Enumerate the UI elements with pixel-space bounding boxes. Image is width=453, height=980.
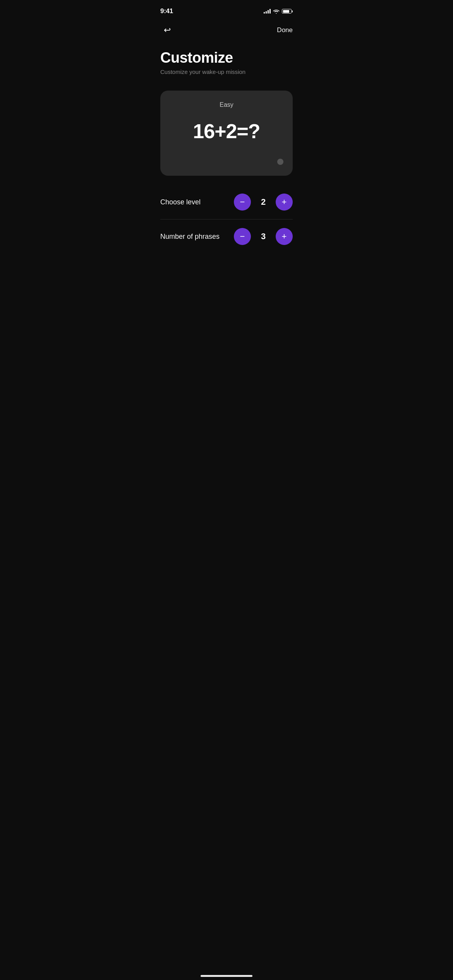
number-of-phrases-row: Number of phrases − 3 + xyxy=(160,219,293,254)
choose-level-plus-button[interactable]: + xyxy=(276,194,293,211)
page-header: Customize Customize your wake-up mission xyxy=(151,43,302,84)
choose-level-row: Choose level − 2 + xyxy=(160,185,293,219)
choose-level-label: Choose level xyxy=(160,198,201,206)
number-of-phrases-plus-button[interactable]: + xyxy=(276,228,293,245)
number-of-phrases-label: Number of phrases xyxy=(160,233,220,241)
difficulty-label: Easy xyxy=(220,101,233,108)
number-of-phrases-stepper: − 3 + xyxy=(234,228,293,245)
battery-icon xyxy=(282,9,293,14)
number-of-phrases-minus-button[interactable]: − xyxy=(234,228,251,245)
back-button[interactable]: ↩ xyxy=(160,23,174,37)
plus-icon: + xyxy=(282,198,287,206)
number-of-phrases-value: 3 xyxy=(259,231,268,242)
page-subtitle: Customize your wake-up mission xyxy=(160,69,293,75)
minus-icon: − xyxy=(240,198,245,206)
status-bar: 9:41 xyxy=(151,0,302,20)
nav-bar: ↩ Done xyxy=(151,20,302,43)
choose-level-minus-button[interactable]: − xyxy=(234,194,251,211)
back-arrow-icon: ↩ xyxy=(164,25,171,35)
done-button[interactable]: Done xyxy=(277,25,293,36)
plus-icon-2: + xyxy=(282,232,287,241)
wifi-icon xyxy=(273,9,280,14)
status-icons xyxy=(264,9,293,14)
card-indicator xyxy=(277,159,283,165)
minus-icon-2: − xyxy=(240,232,245,241)
settings-section: Choose level − 2 + Number of phrases − 3… xyxy=(151,185,302,254)
status-time: 9:41 xyxy=(160,7,173,15)
signal-icon xyxy=(264,9,271,14)
page-title: Customize xyxy=(160,50,293,66)
choose-level-stepper: − 2 + xyxy=(234,194,293,211)
preview-card: Easy 16+2=? xyxy=(160,91,293,176)
choose-level-value: 2 xyxy=(259,197,268,207)
math-expression: 16+2=? xyxy=(193,108,260,154)
